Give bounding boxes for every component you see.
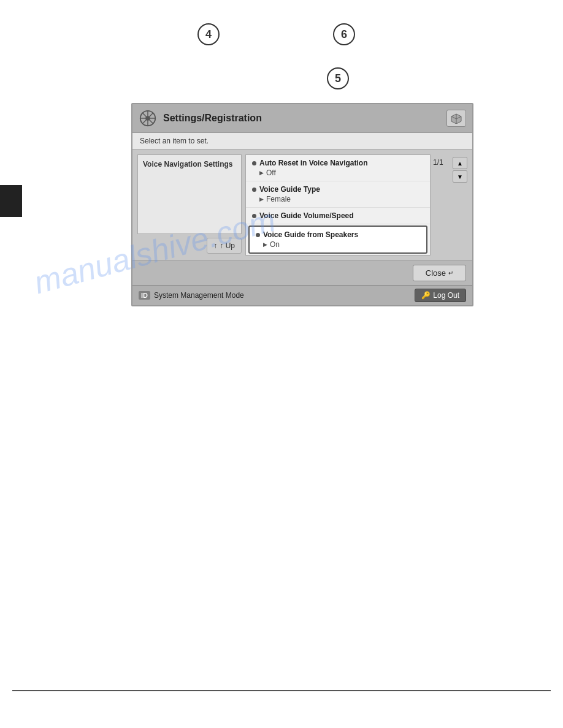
setting-item-voice-guide-speakers[interactable]: Voice Guide from Speakers ▶ On: [248, 226, 427, 254]
bullet-icon: [252, 214, 256, 218]
close-icon: ↵: [448, 270, 453, 276]
chevron-down-icon: ▼: [457, 173, 463, 180]
close-button[interactable]: Close ↵: [413, 265, 466, 281]
logout-icon: 🔑: [421, 291, 431, 300]
bullet-icon: [252, 188, 256, 192]
status-bar: ID System Management Mode 🔑 Log Out: [132, 285, 472, 305]
back-arrow-icon: ↑: [213, 241, 217, 250]
dialog-footer: Close ↵: [132, 260, 472, 285]
header-icon-button[interactable]: [446, 110, 466, 127]
settings-dialog: Settings/Registration Select an item to …: [131, 103, 473, 306]
arrow-icon: ▶: [259, 170, 264, 176]
svg-point-5: [145, 116, 150, 121]
annotation-6: 6: [333, 23, 355, 45]
dialog-header: Settings/Registration: [132, 104, 472, 133]
category-label: Voice Navigation Settings: [137, 154, 242, 234]
setting-item-auto-reset[interactable]: Auto Reset in Voice Navigation ▶ Off: [246, 155, 430, 181]
dialog-title: Settings/Registration: [163, 113, 440, 124]
setting-item-voice-guide-volume[interactable]: Voice Guide Volume/Speed: [246, 208, 430, 224]
id-badge: ID: [139, 291, 150, 300]
instruction-bar: Select an item to set.: [132, 133, 472, 150]
logout-button[interactable]: 🔑 Log Out: [415, 289, 466, 302]
scroll-down-button[interactable]: ▼: [453, 170, 467, 183]
settings-list: Auto Reset in Voice Navigation ▶ Off: [245, 154, 431, 256]
pagination-area: 1/1 ▲ ▼: [433, 157, 467, 183]
bottom-rule: [12, 690, 551, 691]
arrow-icon: ▶: [263, 241, 267, 248]
status-left: ID System Management Mode: [139, 291, 244, 300]
cube-icon: [450, 113, 462, 124]
annotation-5: 5: [327, 67, 349, 89]
bullet-icon: [252, 161, 256, 165]
page-container: 4 6 5 manualshive.com Settings/Registrat…: [0, 0, 563, 728]
dialog-body: Voice Navigation Settings ↑ ↑ Up: [132, 150, 472, 260]
left-panel: Voice Navigation Settings ↑ ↑ Up: [137, 154, 242, 256]
setting-item-voice-guide-type[interactable]: Voice Guide Type ▶ Female: [246, 181, 430, 208]
scroll-up-button[interactable]: ▲: [453, 157, 467, 169]
right-panel-wrapper: Auto Reset in Voice Navigation ▶ Off: [245, 154, 467, 256]
page-indicator-label: 1/1: [433, 157, 450, 167]
status-mode-label: System Management Mode: [154, 291, 244, 300]
scroll-buttons: ▲ ▼: [453, 157, 467, 183]
right-content-row: Auto Reset in Voice Navigation ▶ Off: [245, 154, 467, 256]
arrow-icon: ▶: [259, 196, 264, 202]
bullet-icon: [256, 233, 260, 237]
page-indicator: [0, 185, 22, 217]
chevron-up-icon: ▲: [457, 160, 463, 167]
annotation-4: 4: [197, 23, 220, 45]
back-button[interactable]: ↑ ↑ Up: [207, 238, 242, 254]
settings-list-wrap: Auto Reset in Voice Navigation ▶ Off: [245, 154, 431, 256]
settings-icon: [139, 109, 157, 127]
